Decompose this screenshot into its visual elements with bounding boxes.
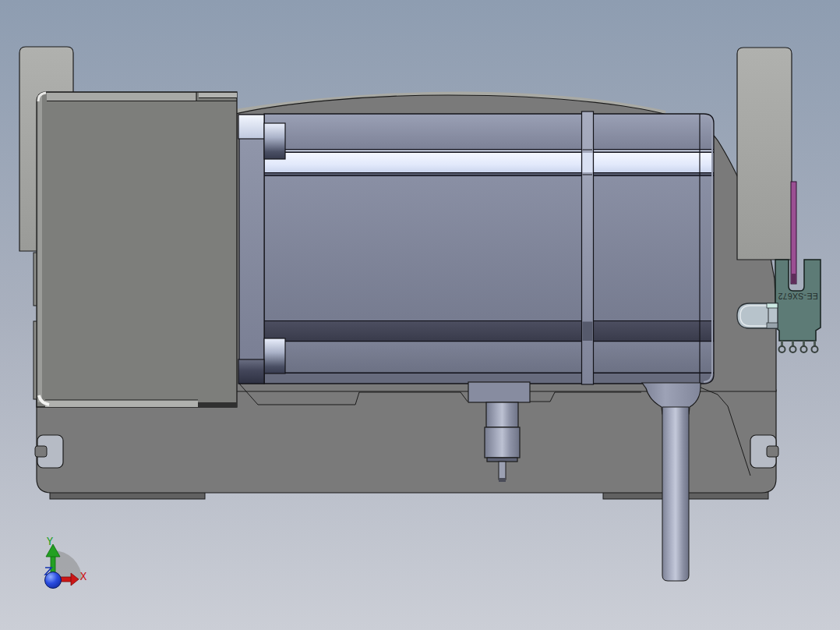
flange-bolt-head-bottom [238, 359, 264, 384]
block-bottom-trim [45, 400, 198, 407]
base-left-notch [35, 435, 63, 468]
cable-wire [662, 407, 689, 581]
motor-white-band [264, 153, 715, 172]
probe-cylinder-lower [485, 427, 520, 458]
block-top-trim [47, 93, 196, 101]
right-bracket-tab [737, 48, 792, 260]
cad-viewport-3d[interactable]: EE-SX672 Y X [0, 0, 840, 630]
sensor-connector [737, 303, 778, 328]
origin-sphere [45, 572, 62, 589]
motor-dark-band [264, 322, 715, 342]
sensor-flag [791, 182, 796, 284]
probe-pin [499, 462, 506, 480]
stepper-motor [238, 111, 715, 384]
flange-bolt-shaft-top [264, 123, 285, 159]
slider-block [37, 92, 237, 408]
y-axis-label: Y [47, 535, 54, 547]
motor-tie-rod [582, 111, 594, 384]
x-axis-label: X [80, 570, 87, 582]
sensor-marking: EE-SX672 [778, 292, 817, 301]
probe-mount-block [468, 382, 530, 402]
probe-cylinder-upper [486, 402, 518, 427]
base-right-notch [750, 435, 778, 468]
flange-bolt-head-top [238, 115, 264, 139]
flange-bolt-shaft-bottom [264, 338, 285, 373]
